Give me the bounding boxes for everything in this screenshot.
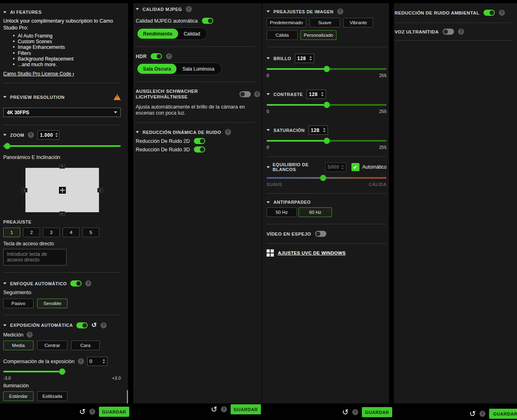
collapse-icon[interactable] xyxy=(3,282,6,284)
reset-icon[interactable]: ↺ xyxy=(79,408,86,416)
preset-soft-button[interactable]: Suave xyxy=(309,18,340,27)
collapse-icon[interactable] xyxy=(3,96,6,98)
nr3d-toggle[interactable] xyxy=(194,146,205,153)
collapse-icon[interactable] xyxy=(267,201,270,203)
help-icon[interactable]: ? xyxy=(27,332,33,338)
license-code-link[interactable]: Camo Studio Pro License Code › xyxy=(3,71,74,77)
contrast-input[interactable]: 128 xyxy=(307,90,326,99)
brightness-input[interactable]: 128 xyxy=(295,54,314,63)
save-button[interactable]: GUARDAR xyxy=(99,407,129,417)
hdr-toggle[interactable] xyxy=(151,53,162,59)
saturation-slider[interactable] xyxy=(267,138,387,144)
preset-button-1[interactable]: 1 xyxy=(3,228,20,237)
clear-voice-toggle[interactable] xyxy=(443,29,454,35)
stepper[interactable] xyxy=(103,359,105,364)
nr2d-toggle[interactable] xyxy=(194,138,205,144)
stepper[interactable] xyxy=(309,56,312,61)
preset-button-5[interactable]: 5 xyxy=(82,228,99,237)
stepper[interactable] xyxy=(321,92,324,96)
contrast-slider[interactable] xyxy=(267,102,387,108)
help-icon[interactable]: ? xyxy=(254,91,260,97)
collapse-icon[interactable] xyxy=(267,129,270,131)
brightness-slider[interactable] xyxy=(267,66,387,72)
reset-icon[interactable]: ↺ xyxy=(91,322,97,328)
save-button[interactable]: GUARDAR xyxy=(489,409,517,419)
help-icon[interactable]: ? xyxy=(499,10,505,16)
windows-uvc-settings-link[interactable]: AJUSTES UVC DE WINDOWS xyxy=(278,251,346,255)
help-icon[interactable]: ? xyxy=(186,6,192,12)
slider-thumb[interactable] xyxy=(59,368,65,375)
help-icon[interactable]: ? xyxy=(166,53,172,59)
pill-quality[interactable]: Calidad xyxy=(178,29,206,39)
help-icon[interactable]: ? xyxy=(221,406,227,412)
resolution-dropdown[interactable]: 4K 30FPS xyxy=(3,108,121,117)
help-icon[interactable]: ? xyxy=(458,29,464,35)
metering-average-button[interactable]: Media xyxy=(3,341,34,350)
stepper[interactable] xyxy=(55,133,58,137)
preset-custom-button[interactable]: Personalizado xyxy=(301,30,336,40)
collapse-icon[interactable] xyxy=(3,11,6,13)
section-header-antiflicker[interactable]: ANTIPARPADEO xyxy=(267,200,387,205)
help-icon[interactable]: ? xyxy=(337,8,343,15)
help-icon[interactable]: ? xyxy=(78,358,84,364)
section-header-mjpeg-quality[interactable]: CALIDAD MJPEG ? xyxy=(136,6,260,12)
section-header-white-balance[interactable]: EQUILIBRIO DE BLANCOS 5000 ✔ Automático xyxy=(267,162,387,172)
slider-thumb[interactable] xyxy=(324,102,330,108)
autofocus-toggle[interactable] xyxy=(70,280,82,286)
scrollbar-thumb[interactable] xyxy=(127,390,128,405)
white-balance-auto-checkbox[interactable]: ✔ xyxy=(351,163,359,171)
zoom-slider[interactable] xyxy=(3,143,121,149)
reset-icon[interactable]: ↺ xyxy=(469,410,476,418)
help-icon[interactable]: ? xyxy=(101,322,107,328)
section-header-auto-exposure[interactable]: EXPOSICIÓN AUTOMÁTICA ↺ ? xyxy=(3,322,121,328)
help-icon[interactable]: ? xyxy=(89,409,95,415)
flicker-50hz-button[interactable]: 50 Hz xyxy=(267,207,297,217)
saturation-input[interactable]: 128 xyxy=(309,125,328,135)
ambient-nr-toggle[interactable] xyxy=(483,10,495,16)
exposure-compensation-input[interactable]: 0 xyxy=(87,357,107,366)
preset-button-4[interactable]: 4 xyxy=(63,228,80,237)
collapse-icon[interactable] xyxy=(267,166,270,168)
tracking-passive-button[interactable]: Pasivo xyxy=(3,299,34,308)
pan-left-button[interactable]: ‹ xyxy=(22,188,27,192)
section-header-saturation[interactable]: SATURACIÓN 128 xyxy=(267,125,387,135)
section-header-autofocus[interactable]: ENFOQUE AUTOMÁTICO ? xyxy=(3,280,121,286)
section-header-preview-resolution[interactable]: PREVIEW RESOLUTION xyxy=(3,94,121,100)
section-header-image-presets[interactable]: PREAJUSTES DE IMAGEN ? xyxy=(267,8,387,15)
lighting-stylized-button[interactable]: Estilizada xyxy=(37,391,67,401)
slider-thumb[interactable] xyxy=(324,138,330,144)
stepper[interactable] xyxy=(323,128,326,132)
pan-up-button[interactable]: › xyxy=(59,164,65,169)
pan-center-handle[interactable] xyxy=(59,187,66,194)
preset-button-3[interactable]: 3 xyxy=(43,228,60,237)
section-header-dnr[interactable]: REDUCCIÓN DINÁMICA DE RUIDO ? xyxy=(136,129,260,135)
tracking-responsive-button[interactable]: Sensible xyxy=(37,299,67,308)
pill-dark-room[interactable]: Sala Oscura xyxy=(137,64,177,74)
white-balance-input[interactable]: 5000 xyxy=(325,163,346,172)
preset-warm-button[interactable]: Cálida xyxy=(267,30,298,40)
section-header-brightness[interactable]: BRILLO 128 xyxy=(267,54,387,63)
pan-down-button[interactable]: › xyxy=(59,211,65,216)
section-header-ai-features[interactable]: AI FEATURES xyxy=(3,10,121,15)
slider-thumb[interactable] xyxy=(320,175,326,181)
mjpeg-auto-toggle[interactable] xyxy=(202,18,213,24)
hotkey-input[interactable] xyxy=(3,249,67,265)
lighting-standard-button[interactable]: Estándar xyxy=(3,391,34,401)
help-icon[interactable]: ? xyxy=(28,132,34,138)
lowlight-toggle[interactable] xyxy=(240,91,251,97)
metering-face-button[interactable]: Cara xyxy=(71,341,100,350)
save-button[interactable]: GUARDAR xyxy=(231,404,261,414)
section-header-zoom[interactable]: ZOOM ? 1.000 xyxy=(3,130,121,140)
pill-performance[interactable]: Rendimiento xyxy=(137,29,178,39)
flicker-60hz-button[interactable]: 60 Hz xyxy=(298,207,332,217)
zoom-value-input[interactable]: 1.000 xyxy=(38,130,59,140)
pan-right-button[interactable]: › xyxy=(97,188,103,192)
section-header-contrast[interactable]: CONTRASTE 128 xyxy=(267,90,387,99)
reset-icon[interactable]: ↺ xyxy=(342,408,349,416)
collapse-icon[interactable] xyxy=(267,10,270,13)
auto-exposure-toggle[interactable] xyxy=(76,322,88,328)
preset-default-button[interactable]: Predeterminado xyxy=(267,18,306,27)
preset-vibrant-button[interactable]: Vibrante xyxy=(343,18,373,27)
help-icon[interactable]: ? xyxy=(85,280,91,286)
reset-icon[interactable]: ↺ xyxy=(211,405,217,413)
